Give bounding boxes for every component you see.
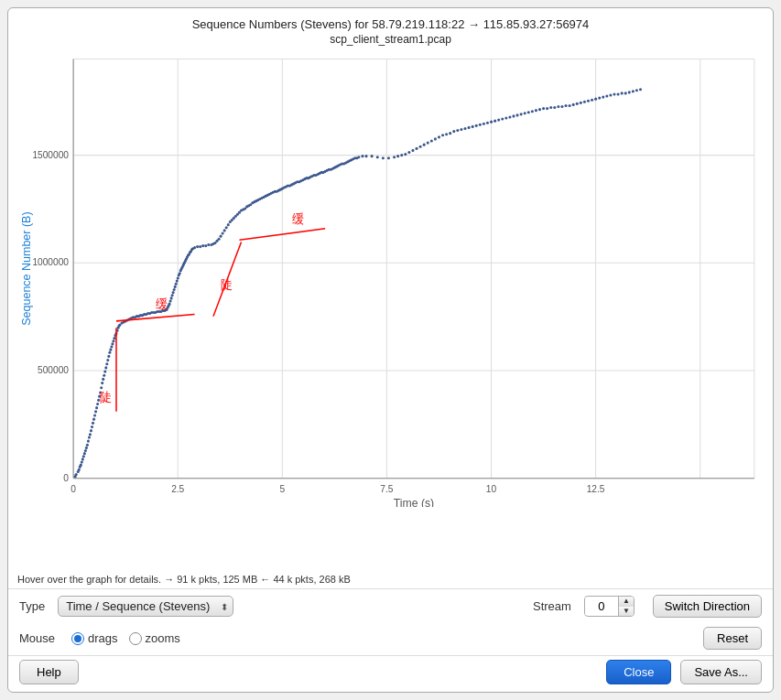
- svg-point-231: [434, 137, 437, 140]
- stream-up-button[interactable]: ▲: [619, 597, 634, 607]
- svg-point-131: [201, 244, 204, 247]
- chart-svg: 0 2.5 5 7.5 10 12.5 0 500000 1000000 150…: [17, 49, 764, 507]
- svg-point-65: [110, 345, 113, 348]
- chart-title: Sequence Numbers (Stevens) for 58.79.219…: [17, 17, 764, 31]
- svg-point-105: [171, 294, 174, 296]
- stream-spinner: ▲ ▼: [584, 596, 635, 617]
- svg-point-57: [103, 374, 105, 377]
- svg-point-32: [80, 464, 82, 467]
- data-scatter: [74, 88, 642, 478]
- close-button[interactable]: Close: [606, 660, 671, 684]
- svg-point-66: [111, 342, 114, 345]
- help-button[interactable]: Help: [19, 660, 79, 684]
- switch-direction-button[interactable]: Switch Direction: [653, 595, 762, 618]
- svg-point-46: [92, 418, 95, 421]
- svg-point-250: [504, 116, 507, 119]
- svg-point-285: [635, 89, 638, 92]
- svg-point-272: [587, 100, 590, 102]
- stream-input[interactable]: [585, 598, 618, 615]
- controls-bar: Type Time / Sequence (Stevens) Throughpu…: [8, 588, 773, 623]
- svg-point-130: [199, 245, 201, 248]
- mouse-bar: Mouse drags zooms Reset: [8, 623, 773, 655]
- svg-point-219: [387, 156, 390, 159]
- svg-point-270: [580, 102, 582, 104]
- svg-text:缓: 缓: [292, 211, 304, 225]
- chart-wrapper: 0 2.5 5 7.5 10 12.5 0 500000 1000000 150…: [17, 49, 764, 507]
- svg-point-280: [617, 92, 620, 95]
- svg-point-226: [415, 147, 418, 150]
- svg-point-245: [486, 122, 489, 124]
- svg-point-113: [179, 272, 181, 275]
- svg-point-242: [475, 124, 478, 127]
- stream-down-button[interactable]: ▼: [619, 607, 634, 616]
- svg-point-109: [175, 283, 178, 285]
- svg-point-256: [527, 111, 530, 113]
- svg-point-253: [516, 113, 519, 116]
- svg-point-243: [479, 124, 482, 126]
- svg-point-217: [376, 156, 379, 158]
- type-select[interactable]: Time / Sequence (Stevens) Throughput Rou…: [58, 596, 233, 617]
- svg-point-224: [407, 151, 410, 154]
- svg-text:陡: 陡: [100, 391, 112, 404]
- svg-point-140: [222, 232, 224, 234]
- radio-zooms[interactable]: zooms: [129, 631, 180, 645]
- svg-point-34: [81, 458, 84, 460]
- svg-point-35: [82, 455, 85, 458]
- svg-point-138: [218, 238, 221, 241]
- svg-point-271: [583, 101, 586, 103]
- svg-text:5: 5: [279, 484, 285, 494]
- svg-text:2.5: 2.5: [171, 484, 184, 494]
- svg-point-39: [86, 444, 89, 447]
- svg-point-143: [227, 223, 230, 226]
- svg-point-251: [508, 115, 511, 118]
- reset-button[interactable]: Reset: [703, 627, 762, 650]
- svg-point-61: [106, 359, 109, 361]
- svg-point-274: [594, 98, 597, 101]
- svg-point-54: [100, 386, 103, 389]
- svg-point-248: [497, 119, 500, 122]
- svg-point-214: [361, 155, 363, 157]
- svg-point-257: [531, 110, 534, 113]
- radio-group: drags zooms: [71, 631, 180, 645]
- svg-point-67: [112, 339, 114, 342]
- svg-point-36: [83, 452, 86, 455]
- svg-point-278: [609, 93, 612, 96]
- radio-drags-label: drags: [88, 631, 118, 645]
- radio-drags[interactable]: drags: [71, 631, 118, 645]
- svg-point-265: [560, 105, 563, 108]
- svg-point-111: [177, 276, 179, 279]
- svg-point-260: [542, 107, 545, 110]
- svg-point-56: [102, 378, 104, 381]
- bottom-bar: Help Close Save As...: [8, 655, 773, 692]
- svg-point-48: [94, 410, 97, 413]
- svg-point-59: [104, 366, 107, 369]
- svg-point-223: [404, 153, 407, 156]
- save-as-button[interactable]: Save As...: [680, 660, 762, 684]
- svg-point-269: [576, 102, 579, 105]
- svg-point-139: [220, 235, 222, 238]
- svg-point-222: [400, 154, 403, 156]
- svg-text:0: 0: [71, 484, 76, 494]
- svg-point-104: [170, 296, 173, 299]
- svg-point-132: [204, 244, 207, 247]
- svg-point-234: [445, 133, 448, 135]
- svg-point-58: [103, 371, 106, 373]
- stream-label: Stream: [533, 599, 571, 613]
- svg-point-129: [196, 245, 199, 248]
- svg-text:7.5: 7.5: [380, 484, 393, 494]
- svg-point-263: [553, 106, 556, 109]
- svg-point-281: [621, 92, 624, 94]
- type-select-wrapper: Time / Sequence (Stevens) Throughput Rou…: [58, 596, 233, 617]
- svg-point-33: [81, 460, 83, 463]
- svg-text:缓: 缓: [156, 297, 168, 311]
- svg-line-289: [116, 315, 195, 321]
- svg-point-264: [557, 105, 559, 108]
- svg-point-45: [92, 422, 94, 425]
- svg-text:陡: 陡: [221, 278, 233, 292]
- svg-point-64: [109, 349, 112, 351]
- svg-point-277: [605, 94, 608, 97]
- svg-point-102: [168, 303, 171, 306]
- svg-point-232: [438, 135, 440, 138]
- svg-point-254: [520, 113, 523, 115]
- radio-zooms-circle: [129, 632, 142, 645]
